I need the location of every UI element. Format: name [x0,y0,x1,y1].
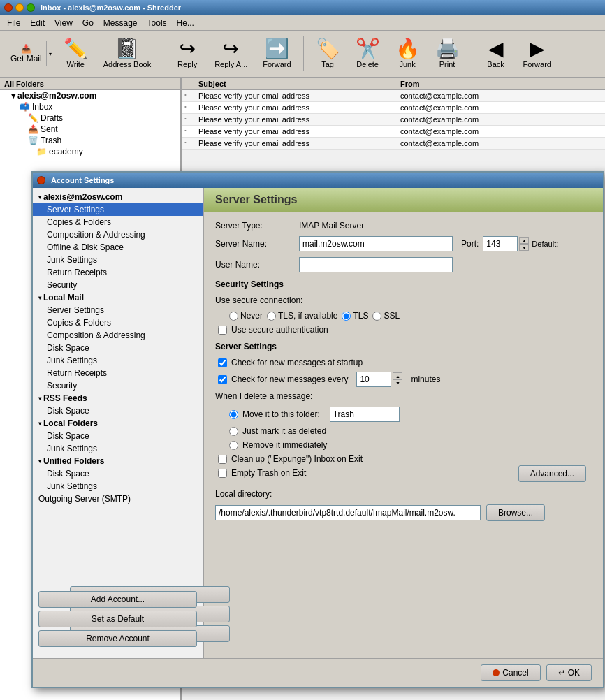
move-folder-radio[interactable] [229,410,238,419]
just-mark-radio[interactable] [229,427,238,436]
tree-rss-feeds[interactable]: ▾ RSS Feeds [33,392,203,404]
remove-immediately-radio[interactable] [229,441,238,450]
just-mark-row[interactable]: Just mark it as deleted [229,426,592,436]
empty-trash-checkbox[interactable] [218,469,227,478]
radio-tls[interactable]: TLS [342,311,368,321]
minutes-spinner[interactable]: ▲ ▼ [393,372,402,386]
tree-copies-folders[interactable]: Copies & Folders [33,216,203,228]
tree-lm-security[interactable]: Security [33,379,203,392]
trash-folder-input[interactable] [330,407,400,422]
check-startup-checkbox[interactable] [218,358,227,367]
remove-account-button-2[interactable]: Remove Account [38,630,197,647]
port-label: Port: [461,239,479,249]
cancel-button[interactable]: Cancel [481,664,540,681]
empty-trash-row[interactable]: Empty Trash on Exit [218,468,363,478]
add-account-button-2[interactable]: Add Account... [38,591,197,608]
tree-copies-folders-label: Copies & Folders [47,217,111,227]
tree-lf-junk[interactable]: Junk Settings [33,442,203,455]
settings-panel: Server Settings Server Type: IMAP Mail S… [204,188,603,658]
dialog-titlebar-buttons[interactable] [37,176,45,184]
tree-junk-settings[interactable]: Junk Settings [33,254,203,266]
tree-outgoing-smtp-label: Outgoing Server (SMTP) [38,494,131,504]
tree-offline-disk[interactable]: Offline & Disk Space [33,241,203,254]
tree-unified-folders[interactable]: ▾ Unified Folders [33,455,203,467]
tree-lf-disk[interactable]: Disk Space [33,430,203,442]
check-startup-label: Check for new messages at startup [231,358,363,367]
dialog-close-button[interactable] [37,176,45,184]
tree-lm-copies-folders[interactable]: Copies & Folders [33,316,203,329]
tree-lm-copies-folders-label: Copies & Folders [47,318,111,328]
advanced-button[interactable]: Advanced... [518,465,586,482]
port-up-button[interactable]: ▲ [519,237,529,244]
check-every-row[interactable]: Check for new messages every ▲ ▼ minutes [218,372,592,387]
radio-never[interactable]: Never [229,311,263,321]
settings-panel-header: Server Settings [204,188,603,212]
username-input[interactable] [299,257,453,272]
tree-return-receipts-label: Return Receipts [47,268,107,277]
set-default-button-2[interactable]: Set as Default [38,611,197,627]
tree-server-settings[interactable]: Server Settings [33,203,203,216]
empty-trash-label: Empty Trash on Exit [231,468,306,478]
tree-footer-buttons: Add Account... Set as Default Remove Acc… [33,585,203,652]
footer-right: Cancel ↵ OK [481,664,592,681]
cleanup-group: Clean up ("Expunge") Inbox on Exit Empty… [215,454,363,482]
local-dir-input[interactable] [215,505,481,520]
tree-lm-return[interactable]: Return Receipts [33,367,203,379]
minutes-up-button[interactable]: ▲ [393,372,402,379]
tree-uf-expand-icon: ▾ [38,458,41,465]
remove-immediately-row[interactable]: Remove it immediately [229,440,592,450]
server-settings-section: Server Settings [215,342,592,353]
radio-tls-available-input[interactable] [267,312,276,321]
tree-local-folders[interactable]: ▾ Local Folders [33,417,203,430]
radio-never-label: Never [240,311,263,321]
check-every-checkbox[interactable] [218,375,227,384]
move-folder-row[interactable]: Move it to this folder: [229,407,592,422]
tree-lm-disk-space[interactable]: Disk Space [33,342,203,354]
delete-message-row: When I delete a message: [215,391,592,401]
tree-rss-feeds-label: RSS Feeds [43,393,87,403]
tree-uf-disk[interactable]: Disk Space [33,467,203,480]
radio-tls-input[interactable] [342,312,351,321]
tree-account-header[interactable]: ▾ alexis@m2osw.com [33,191,203,203]
check-startup-row[interactable]: Check for new messages at startup [218,358,592,367]
tree-lf-expand-icon: ▾ [38,421,41,427]
tree-composition[interactable]: Composition & Addressing [33,228,203,241]
radio-tls-available[interactable]: TLS, if available [267,311,337,321]
tree-lm-junk[interactable]: Junk Settings [33,354,203,367]
username-row: User Name: [215,257,592,272]
use-secure-row: Use secure connection: [215,296,592,305]
radio-ssl[interactable]: SSL [372,311,400,321]
radio-tls-available-label: TLS, if available [278,311,337,321]
server-name-label: Server Name: [215,239,299,249]
use-secure-auth-checkbox[interactable] [218,326,227,335]
radio-never-input[interactable] [229,312,238,321]
tree-outgoing-smtp[interactable]: Outgoing Server (SMTP) [33,493,203,505]
port-spinner[interactable]: ▲ ▼ [519,237,529,251]
minutes-down-button[interactable]: ▼ [393,379,402,386]
tree-rss-expand-icon: ▾ [38,395,41,402]
move-folder-label: Move it to this folder: [242,409,320,419]
use-secure-auth-label: Use secure authentication [231,325,328,335]
browse-button[interactable]: Browse... [486,504,545,521]
use-secure-auth-row[interactable]: Use secure authentication [218,325,592,335]
tree-return-receipts[interactable]: Return Receipts [33,266,203,279]
ok-button[interactable]: ↵ OK [546,664,592,681]
server-name-input[interactable] [299,236,453,251]
tree-lf-junk-label: Junk Settings [47,444,97,453]
tree-uf-junk[interactable]: Junk Settings [33,480,203,493]
dialog-overlay: Account Settings ▾ alexis@m2osw.com Serv… [0,0,605,700]
tree-security-label: Security [47,280,77,290]
cleanup-checkbox[interactable] [218,455,227,464]
tree-rss-disk[interactable]: Disk Space [33,404,203,417]
port-input[interactable] [483,236,518,251]
server-type-row: Server Type: IMAP Mail Server [215,221,592,231]
port-down-button[interactable]: ▼ [519,244,529,251]
tree-lm-composition[interactable]: Composition & Addressing [33,329,203,342]
radio-ssl-input[interactable] [372,312,381,321]
cleanup-row[interactable]: Clean up ("Expunge") Inbox on Exit [218,454,363,464]
tree-local-mail[interactable]: ▾ Local Mail [33,291,203,304]
local-dir-row: Local directory: [215,489,592,499]
minutes-input[interactable] [356,372,391,387]
tree-lm-server-settings[interactable]: Server Settings [33,304,203,316]
tree-security[interactable]: Security [33,279,203,291]
